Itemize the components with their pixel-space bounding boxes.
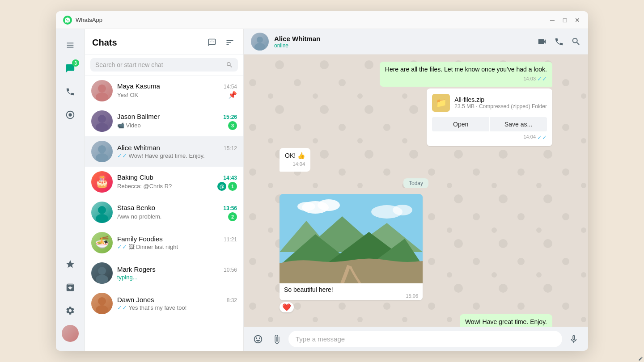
- chat-badge-wrap: 3: [228, 121, 237, 130]
- minimize-button[interactable]: ─: [549, 17, 556, 24]
- nav-calls[interactable]: [59, 81, 81, 102]
- search-input[interactable]: [95, 61, 226, 68]
- chat-info: Jason Ballmer 15:26 📹 Video 3: [117, 113, 237, 130]
- unread-badge: 2: [228, 212, 237, 221]
- voice-call-button[interactable]: [554, 37, 564, 46]
- svg-point-8: [98, 206, 106, 214]
- avatar: [91, 110, 113, 132]
- contact-name: Alice Whitman: [274, 35, 537, 42]
- nav-status[interactable]: [59, 104, 81, 126]
- message-text: OK! 👍: [285, 152, 305, 160]
- chat-info: Dawn Jones 8:32 ✓✓ Yes that's my fave to…: [117, 296, 237, 311]
- unread-badge: 1: [228, 182, 237, 191]
- list-item[interactable]: Stasa Benko 13:56 Aww no problem. 2: [85, 197, 243, 227]
- avatar: [91, 80, 113, 101]
- chat-list-title: Chats: [92, 38, 206, 48]
- svg-point-1: [98, 84, 106, 93]
- chat-info: Maya Kasuma 14:54 Yes! OK 📌: [117, 82, 237, 99]
- file-actions: Open Save as...: [432, 117, 547, 131]
- list-item[interactable]: Alice Whitman 15:12 ✓✓ Wow! Have great t…: [85, 136, 243, 167]
- save-file-button[interactable]: Save as...: [490, 117, 547, 131]
- file-size: 23.5 MB · Compressed (zipped) Folder: [454, 103, 547, 109]
- svg-point-11: [98, 267, 106, 275]
- svg-text:🍜: 🍜: [95, 235, 110, 249]
- nav-sidebar: 3: [56, 29, 85, 351]
- svg-point-15: [257, 37, 263, 43]
- message-time: 14:03: [523, 76, 536, 82]
- new-chat-button[interactable]: [206, 36, 218, 49]
- whatsapp-logo: [63, 16, 72, 25]
- maximize-button[interactable]: □: [561, 17, 568, 24]
- list-item[interactable]: Dawn Jones 8:32 ✓✓ Yes that's my fave to…: [85, 288, 243, 319]
- open-file-button[interactable]: Open: [432, 117, 489, 131]
- title-bar: WhatsApp ─ □ ✕: [56, 11, 588, 29]
- svg-point-14: [96, 305, 108, 314]
- list-item[interactable]: Jason Ballmer 15:26 📹 Video 3: [85, 106, 243, 136]
- video-call-button[interactable]: [537, 37, 547, 46]
- app-window: WhatsApp ─ □ ✕ 3: [56, 11, 588, 351]
- chat-list-actions: [206, 36, 236, 49]
- svg-point-0: [68, 113, 72, 116]
- chat-preview: typing...: [117, 274, 138, 281]
- list-item[interactable]: 🎂 Baking Club 14:43 Rebecca: @Chris R? @…: [85, 167, 243, 197]
- chat-name: Maya Kasuma: [117, 82, 160, 90]
- svg-point-20: [297, 202, 315, 211]
- search-bar-inner: [90, 58, 238, 72]
- chat-badge-wrap: 📌: [228, 91, 237, 99]
- user-avatar[interactable]: [62, 325, 79, 342]
- avatar: [91, 202, 113, 223]
- chat-name: Mark Rogers: [117, 265, 156, 273]
- date-label: Today: [403, 178, 428, 188]
- chat-name: Family Foodies: [117, 235, 163, 243]
- chat-info: Stasa Benko 13:56 Aww no problem. 2: [117, 204, 237, 221]
- chat-image[interactable]: [280, 194, 423, 283]
- image-message: So beautiful here! 15:06 ❤️: [280, 194, 423, 312]
- chat-time: 15:26: [223, 114, 237, 120]
- nav-settings[interactable]: [59, 300, 81, 321]
- contact-avatar[interactable]: [251, 33, 269, 51]
- voice-message-button[interactable]: [567, 332, 581, 346]
- nav-starred[interactable]: [59, 253, 81, 275]
- emoji-button[interactable]: [251, 332, 265, 346]
- svg-point-19: [318, 199, 340, 211]
- image-caption: So beautiful here! 15:06: [280, 283, 423, 300]
- chat-preview: ✓✓ 🖼 Dinner last night: [117, 244, 178, 250]
- search-bar: [85, 55, 243, 76]
- list-item[interactable]: Mark Rogers 10:56 typing...: [85, 258, 243, 288]
- window-controls: ─ □ ✕: [549, 17, 581, 24]
- chat-header-actions: [537, 37, 581, 46]
- nav-chats[interactable]: 3: [59, 58, 81, 79]
- nav-menu[interactable]: [59, 34, 81, 56]
- chat-list-header: Chats: [85, 29, 243, 55]
- avatar: [91, 141, 113, 162]
- unread-badge: 3: [228, 121, 237, 130]
- svg-text:🎂: 🎂: [95, 174, 110, 189]
- chat-input-bar: [244, 327, 588, 351]
- svg-point-6: [96, 153, 108, 162]
- file-name: All-files.zip: [454, 96, 547, 103]
- chat-time: 11:21: [224, 236, 237, 243]
- nav-top: 3: [59, 34, 81, 253]
- chat-preview: Aww no problem.: [117, 213, 161, 220]
- message-input[interactable]: [288, 331, 562, 347]
- message-text: Wow! Have great time. Enjoy.: [465, 318, 547, 327]
- chat-info: Mark Rogers 10:56 typing...: [117, 265, 237, 281]
- chat-time: 14:43: [223, 175, 237, 181]
- avatar: 🎂: [91, 171, 113, 193]
- filter-button[interactable]: [224, 36, 236, 49]
- chat-preview: ✓✓ Yes that's my fave too!: [117, 304, 186, 311]
- message-reaction: ❤️: [280, 302, 294, 312]
- chat-info: Baking Club 14:43 Rebecca: @Chris R? @ 1: [117, 173, 237, 191]
- close-button[interactable]: ✕: [574, 17, 581, 24]
- nav-archive[interactable]: [59, 277, 81, 298]
- message-meta: 14:04: [292, 161, 305, 168]
- contact-status: online: [274, 42, 537, 49]
- chat-badge: 3: [72, 59, 79, 67]
- list-item[interactable]: Maya Kasuma 14:54 Yes! OK 📌: [85, 76, 243, 106]
- chat-preview: ✓✓ Wow! Have great time. Enjoy.: [117, 152, 205, 159]
- attach-button[interactable]: [270, 332, 284, 346]
- chat-messages: Here are all the files. Let me know once…: [244, 55, 588, 327]
- app-body: 3: [56, 29, 588, 351]
- list-item[interactable]: 🍜 Family Foodies 11:21 ✓✓ 🖼 Dinner last …: [85, 227, 243, 258]
- search-chat-button[interactable]: [571, 37, 581, 46]
